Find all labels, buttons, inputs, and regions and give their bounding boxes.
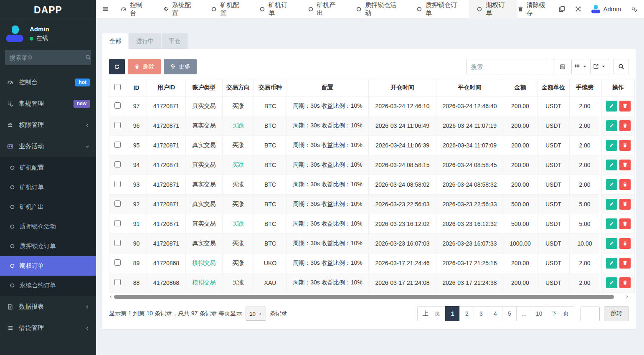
row-checkbox[interactable] <box>114 240 121 246</box>
column-header[interactable]: 平仓时间 <box>436 79 503 96</box>
topnav-item[interactable]: 系统配置 <box>155 0 204 18</box>
cell-coin: BTC <box>254 96 287 116</box>
page-button[interactable]: 3 <box>474 306 488 321</box>
topnav-item[interactable]: 矿机订单 <box>252 0 300 18</box>
delete-row-button[interactable] <box>619 160 631 170</box>
page-jump-button[interactable]: 跳转 <box>604 306 629 321</box>
page-button[interactable]: 5 <box>502 306 517 321</box>
sidebar-subitem[interactable]: 矿机产出 <box>0 197 96 217</box>
search-button[interactable] <box>614 59 629 74</box>
row-checkbox[interactable] <box>114 161 121 167</box>
sidebar-item[interactable]: 业务活动 <box>0 136 96 157</box>
tab-全部[interactable]: 全部 <box>102 33 128 49</box>
row-checkbox[interactable] <box>114 279 121 285</box>
row-checkbox[interactable] <box>114 220 121 226</box>
topnav-item[interactable]: 质押锁仓活动 <box>348 0 409 18</box>
row-checkbox[interactable] <box>114 102 121 109</box>
page-size-dropdown[interactable]: 10 <box>246 307 266 321</box>
column-header[interactable]: 交易币种 <box>254 79 287 96</box>
refresh-button[interactable] <box>109 59 125 74</box>
edit-button[interactable] <box>606 179 617 190</box>
sidebar-subitem[interactable]: 质押锁仓订单 <box>0 236 96 256</box>
column-header[interactable]: ID <box>126 79 147 96</box>
more-button[interactable]: 更多 <box>164 59 197 74</box>
page-button[interactable]: 4 <box>488 306 502 321</box>
page-button[interactable]: 上一页 <box>417 306 446 321</box>
columns-button[interactable] <box>572 59 591 74</box>
column-header[interactable]: 手续费 <box>570 79 600 96</box>
delete-row-button[interactable] <box>619 199 631 210</box>
delete-row-button[interactable] <box>619 218 631 229</box>
delete-row-button[interactable] <box>619 120 631 131</box>
detail-view-button[interactable] <box>553 59 572 74</box>
settings-button[interactable] <box>631 5 637 13</box>
row-checkbox[interactable] <box>114 142 121 148</box>
sidebar-item[interactable]: 控制台hot <box>0 72 96 93</box>
toolbar-right <box>466 59 629 74</box>
row-checkbox[interactable] <box>114 200 121 207</box>
sidebar-subitem[interactable]: 质押锁仓活动 <box>0 217 96 236</box>
topnav-item[interactable]: 矿机产出 <box>300 0 349 18</box>
column-header[interactable]: 交易方向 <box>223 79 254 96</box>
menu-toggle-button[interactable] <box>102 5 109 13</box>
edit-button[interactable] <box>606 258 617 269</box>
column-header[interactable]: 账户类型 <box>186 79 223 96</box>
column-header[interactable]: 用户ID <box>147 79 186 96</box>
clear-cache-button[interactable]: 清除缓存 <box>517 1 549 17</box>
column-header[interactable]: 金额 <box>503 79 538 96</box>
row-checkbox[interactable] <box>114 181 121 187</box>
sidebar-item[interactable]: 权限管理 <box>0 114 96 136</box>
delete-row-button[interactable] <box>619 258 631 269</box>
scroll-left-arrow-icon[interactable] <box>109 295 113 299</box>
sidebar-subitem[interactable]: 矿机订单 <box>0 178 96 197</box>
delete-row-button[interactable] <box>619 277 631 288</box>
sidebar-item[interactable]: 数据报表 <box>0 296 96 317</box>
sidebar-subitem[interactable]: 期权订单 <box>0 256 96 276</box>
edit-button[interactable] <box>606 101 617 112</box>
topnav-item[interactable]: 矿机配置 <box>203 0 252 18</box>
sidebar-subitem[interactable]: 永续合约订单 <box>0 276 96 295</box>
edit-button[interactable] <box>606 238 617 249</box>
row-checkbox[interactable] <box>114 122 121 128</box>
sidebar-search-input[interactable] <box>10 54 85 61</box>
tab-进行中[interactable]: 进行中 <box>129 33 161 49</box>
page-button[interactable]: 1 <box>445 306 460 321</box>
edit-button[interactable] <box>606 218 617 229</box>
delete-row-button[interactable] <box>619 101 631 112</box>
topnav-item[interactable]: 期权订单 <box>469 0 517 18</box>
column-header[interactable]: 开仓时间 <box>369 79 436 96</box>
row-checkbox[interactable] <box>114 259 121 266</box>
edit-button[interactable] <box>606 277 617 288</box>
delete-button[interactable]: 删除 <box>128 59 161 74</box>
column-header[interactable]: 金额单位 <box>538 79 570 96</box>
docs-button[interactable] <box>559 5 565 13</box>
edit-button[interactable] <box>606 160 617 170</box>
edit-button[interactable] <box>606 120 617 131</box>
scrollbar-thumb[interactable] <box>114 295 614 299</box>
page-button[interactable]: 10 <box>532 306 546 321</box>
page-button[interactable]: 2 <box>459 306 474 321</box>
sidebar-item[interactable]: 常规管理new <box>0 93 96 114</box>
tab-平仓[interactable]: 平仓 <box>162 33 188 49</box>
sidebar-item[interactable]: 借贷管理 <box>0 317 96 339</box>
delete-row-button[interactable] <box>619 238 631 249</box>
scroll-right-arrow-icon[interactable] <box>625 295 629 299</box>
select-all-checkbox[interactable] <box>114 84 121 90</box>
column-header[interactable]: 操作 <box>602 79 635 96</box>
topnav-item[interactable]: 质押锁仓订单 <box>409 0 469 18</box>
export-button[interactable] <box>591 59 609 74</box>
edit-button[interactable] <box>606 199 617 210</box>
delete-row-button[interactable] <box>619 140 631 151</box>
horizontal-scrollbar[interactable] <box>109 294 629 300</box>
scrollbar-track[interactable] <box>114 294 624 299</box>
fullscreen-button[interactable] <box>575 5 581 13</box>
sidebar-subitem[interactable]: 矿机配置 <box>0 158 96 178</box>
admin-menu[interactable]: Admin <box>591 5 621 13</box>
topnav-item[interactable]: 控制台 <box>113 0 155 18</box>
delete-row-button[interactable] <box>619 179 631 190</box>
edit-button[interactable] <box>606 140 617 151</box>
column-header[interactable]: 配置 <box>287 79 369 96</box>
page-jump-input[interactable] <box>581 307 600 321</box>
table-search-input[interactable] <box>466 59 547 74</box>
page-button[interactable]: 下一页 <box>546 306 574 321</box>
